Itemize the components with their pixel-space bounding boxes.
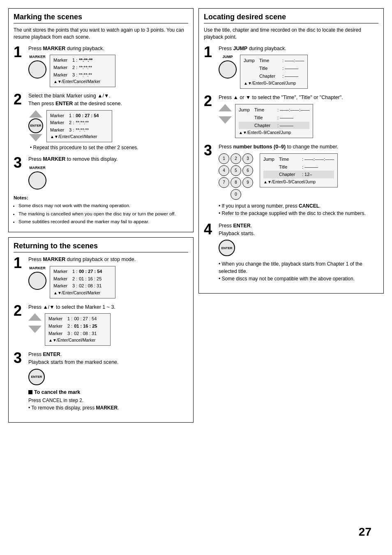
step3-content: Press MARKER to remove this display. MAR… [28, 155, 188, 190]
step3-buttons: MARKER [28, 166, 46, 190]
marking-step1: 1 Press MARKER during playback. MARKER [14, 45, 188, 88]
step2-screen: Marker 1 : 00 : 27 : 54 Marker 2 : **:**… [46, 110, 112, 143]
locating-step4: 4 Press ENTER. Playback starts. ENTER [204, 222, 378, 283]
l-enter-button[interactable]: ENTER [219, 240, 235, 256]
l-s1-row-2: Title : ——— [244, 65, 304, 72]
l-step3-screen: Jump Time : ——:——:—— Title : ——— [260, 153, 338, 187]
step1-screen: Marker 1 : **:**:** Marker 2 : **:**:** [50, 55, 115, 87]
l-step1-visual: JUMP Jump Time : ——:—— [219, 55, 378, 89]
l-s2-row-1: Jump Time : ——:——:—— [239, 106, 309, 114]
l-step4-visual: ENTER [219, 240, 378, 256]
marker-button-3[interactable] [28, 171, 46, 190]
jump-time-key: Time [259, 57, 281, 65]
to-cancel-title: To cancel the mark [28, 389, 188, 395]
step2-visual: ENTER Marker 1 : 00 : 27 : 54 [28, 110, 188, 143]
screen-num-1: 1 : [72, 57, 77, 64]
l-step-number-4: 4 [204, 222, 215, 237]
r-enter-button[interactable]: ENTER [28, 369, 45, 385]
num-btn-5[interactable]: 5 [231, 165, 241, 176]
l-step-number-3: 3 [204, 143, 215, 158]
jump-button-1[interactable] [219, 60, 237, 79]
step-number-3: 3 [14, 155, 25, 170]
l-step2-text: Press ▲ or ▼ to select the "Time", "Titl… [219, 94, 378, 102]
numpad-container: 1 2 3 4 5 6 7 8 9 0 [219, 153, 253, 200]
marking-notes: Notes: Some discs may not work with the … [14, 194, 188, 225]
step1-visual: MARKER Marker 1 : **:**:** Mar [28, 55, 188, 87]
screen-row-1: Marker 1 : **:**:** [53, 57, 112, 64]
returning-step1: 1 Press MARKER during playback or stop m… [14, 256, 188, 298]
step3-bold: MARKER [43, 156, 65, 162]
marking-step2: 2 Select the blank Marker using ▲/▼. The… [14, 92, 188, 150]
l-step2-visual: Jump Time : ——:——:—— Title : ——— [219, 104, 378, 138]
num-btn-8[interactable]: 8 [231, 177, 241, 188]
l-step1-bold: JUMP [233, 46, 247, 51]
page-number: 27 [359, 525, 371, 539]
l-s1-row-3: Chapter : ——— [244, 72, 304, 80]
to-cancel-text: Press CANCEL in step 2. • To remove this… [28, 397, 188, 412]
r-s1-row-3: Marker 3 : 02 : 08 : 31 [53, 282, 112, 290]
num-btn-3[interactable]: 3 [242, 153, 253, 164]
step1-bold: MARKER [43, 46, 65, 51]
cancel-text2-button: MARKER [96, 405, 118, 411]
jump-time-val: : ——:—— [282, 57, 304, 65]
l-nav-up[interactable] [219, 104, 232, 111]
r-step2-screen: Marker 1 : 00 : 27 : 54 Marker 2 : 01 : … [45, 313, 111, 346]
r-nav-up[interactable] [28, 313, 42, 321]
step2-text1: Select the blank Marker using ▲/▼. [28, 93, 111, 99]
l-step1-post: during playback. [247, 46, 286, 51]
r-step1-text: Press MARKER during playback or stop mod… [28, 256, 188, 264]
returning-title: Returning to the scenes [14, 242, 188, 252]
num-btn-6[interactable]: 6 [242, 165, 253, 176]
l-enter-label: ENTER [221, 246, 232, 250]
note-item-1: Some discs may not work with the marking… [18, 202, 188, 209]
jump-label-1: JUMP [222, 55, 233, 59]
num-btn-4[interactable]: 4 [219, 165, 229, 176]
r-step1-buttons: MARKER [28, 266, 46, 290]
to-cancel: To cancel the mark Press CANCEL in step … [28, 389, 188, 412]
r-s1-footer: ▲▼/Enter/Cancel/Marker [53, 290, 112, 296]
num-btn-9[interactable]: 9 [242, 177, 253, 188]
screen-label-3: Marker [53, 72, 71, 79]
r-step3-text: Press ENTER. Playback starts from the ma… [28, 351, 188, 366]
returning-section: Returning to the scenes 1 Press MARKER d… [8, 237, 194, 423]
r-step2-content: Press ▲/▼ to select the Marker 1 ~ 3. Ma… [28, 303, 188, 346]
enter-button-2[interactable]: ENTER [28, 118, 43, 133]
screen-row-2: Marker 2 : **:**:** [53, 64, 112, 72]
r-step-number-1: 1 [14, 256, 25, 271]
num-btn-1[interactable]: 1 [219, 153, 229, 164]
r-enter-label: ENTER [31, 375, 42, 379]
l-nav-down[interactable] [219, 116, 232, 124]
screen-label-1: Marker [53, 57, 71, 64]
nav-up-arrow[interactable] [29, 110, 42, 118]
r-s2-footer: ▲▼/Enter/Cancel/Marker [48, 337, 107, 344]
r-nav-down[interactable] [28, 326, 42, 333]
num-btn-2[interactable]: 2 [231, 153, 241, 164]
step1-content: Press MARKER during playback. MARKER Mar… [28, 45, 188, 88]
jump-chapter-val: : ——— [282, 72, 298, 80]
nav-down-arrow[interactable] [29, 134, 42, 141]
l-step1-content: Press JUMP during playback. JUMP Jump Ti… [219, 45, 378, 89]
r-marker-button-1[interactable] [28, 272, 46, 290]
l-step3-content: Press number buttons (0–9) to change the… [219, 143, 378, 217]
marker-button-1[interactable] [28, 60, 46, 79]
l-step1-pre: Press [219, 46, 233, 51]
black-square-icon [28, 390, 32, 394]
num-btn-0[interactable]: 0 [231, 189, 241, 200]
notes-title: Notes: [14, 195, 28, 200]
r-step1-content: Press MARKER during playback or stop mod… [28, 256, 188, 298]
s2-row-1: Marker 1 : 00 : 27 : 54 [50, 112, 108, 120]
l-step1-buttons: JUMP [219, 55, 237, 79]
screen-footer-1: ▲▼/Enter/Cancel/Marker [53, 79, 112, 85]
locating-step2: 2 Press ▲ or ▼ to select the "Time", "Ti… [204, 94, 378, 138]
l-step2-content: Press ▲ or ▼ to select the "Time", "Titl… [219, 94, 378, 138]
num-btn-7[interactable]: 7 [219, 177, 229, 188]
screen-label-2: Marker [53, 64, 71, 72]
r-step1-visual: MARKER Marker 1 : 00 : 27 : 54 [28, 266, 188, 298]
jump-title-val: : ——— [282, 65, 298, 72]
step2-text2-post: at the desired scene. [73, 101, 122, 106]
screen-num-2: 2 : [72, 64, 77, 72]
locating-step1: 1 Press JUMP during playback. JUMP [204, 45, 378, 89]
r-step2-nav [28, 313, 42, 333]
l-step3-text: Press number buttons (0–9) to change the… [219, 143, 378, 151]
l-step4-content: Press ENTER. Playback starts. ENTER • Wh… [219, 222, 378, 283]
